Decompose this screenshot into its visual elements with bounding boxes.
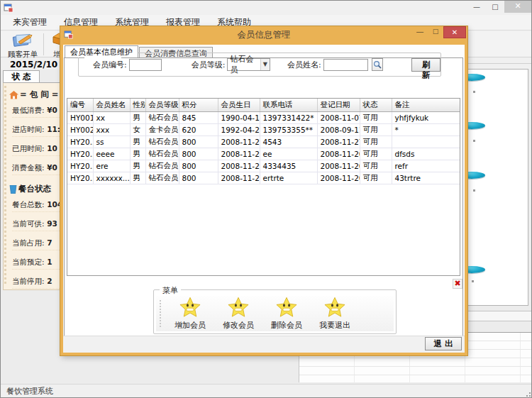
column-header[interactable]: 性别 — [130, 99, 145, 111]
table-cell: 2008-11-07 — [317, 111, 360, 123]
dialog-title: 会员信息管理 — [60, 29, 467, 41]
table-status-icon — [9, 185, 17, 194]
window-maximize-button[interactable]: □ — [486, 1, 504, 13]
dialog-close-button[interactable]: ✕ — [443, 26, 466, 38]
exit-button[interactable]: 退 出 — [425, 337, 462, 350]
room-section-header: = 包 间 = — [9, 89, 62, 100]
stat-row: 餐台总数: 104 — [12, 200, 62, 212]
dialog-maximize-button[interactable]: □ — [428, 26, 443, 36]
column-header[interactable]: 会员姓名 — [93, 99, 130, 111]
table-cell: 可用 — [360, 172, 392, 184]
star-face-icon — [276, 297, 297, 318]
main-window: — □ ✕ 来宾管理信息管理系统管理报表管理系统帮助 顾客开单 增加 2015/… — [0, 0, 532, 398]
stat-row: 当前停用: 2 — [12, 277, 62, 289]
table-cell: xxxxxx... — [93, 172, 130, 184]
table-cell: 2008-11-26 — [218, 148, 260, 160]
member-id-input[interactable] — [129, 59, 162, 71]
table-row[interactable]: HY001xx男钻石会员8451990-04-111397331422*2008… — [67, 111, 460, 123]
status-bar-text: 餐饮管理系统 — [6, 387, 53, 396]
table-cell: 2008-09-11 — [317, 123, 360, 136]
table-cell: HY20... — [67, 136, 93, 148]
customer-order-button[interactable]: 顾客开单 — [4, 32, 42, 57]
column-header[interactable]: 积分 — [179, 99, 218, 111]
refresh-button[interactable]: 刷 新 — [411, 58, 440, 72]
table-cell: refr — [392, 160, 460, 172]
action-toolstrip: 增加会员修改会员删除会员我要退出 — [156, 296, 394, 331]
stat-value: ¥0 — [45, 106, 57, 114]
dialog-bottom-panel — [63, 336, 465, 353]
member-name-label: 会员姓名: — [287, 60, 321, 70]
table-cell: 钻石会员 — [145, 148, 179, 160]
table-cell: 139753355** — [260, 123, 317, 136]
table-stats-list: 餐台总数: 104当前可供: 93当前占用: 7当前预定: 1当前停用: 2上 … — [11, 200, 62, 290]
table-row[interactable]: HY20...ere男钻石会员8002008-11-2643344352008-… — [67, 160, 460, 172]
table-cell: 可用 — [360, 160, 392, 172]
table-row[interactable]: HY20...ss男钻石会员8002008-11-2745432008-11-2… — [67, 136, 460, 148]
strip-item-label: 修改会员 — [214, 320, 262, 331]
column-header[interactable]: 状态 — [360, 99, 392, 111]
table-cell: 1397331422* — [260, 111, 317, 123]
quit-button[interactable]: 我要退出 — [311, 297, 359, 331]
star-face-icon — [228, 297, 249, 318]
search-button[interactable] — [372, 58, 383, 71]
edit-member-button[interactable]: 修改会员 — [214, 297, 262, 331]
room-stats-list: 最低消费: ¥0进店时间: 11:已用时间: 10消费金额: ¥0 — [11, 106, 62, 175]
member-table: 编号会员姓名性别会员等级积分会员生日联系电话登记日期状态备注 HY001xx男钻… — [67, 98, 460, 276]
column-header[interactable]: 备注 — [392, 99, 460, 111]
window-close-button[interactable]: ✕ — [504, 1, 531, 13]
menu-group-label: 菜单 — [160, 285, 181, 296]
table-marker-dot — [473, 189, 475, 192]
toolbar-separator — [43, 33, 44, 55]
window-minimize-button[interactable]: — — [467, 1, 486, 13]
table-cell: ee — [260, 148, 317, 160]
strip-item-label: 删除会员 — [262, 320, 311, 331]
strip-item-label: 增加会员 — [166, 320, 214, 331]
column-header[interactable]: 登记日期 — [317, 99, 360, 111]
delete-member-button[interactable]: 删除会员 — [262, 297, 311, 331]
table-cell: 800 — [179, 172, 218, 184]
stat-label: 进店时间: — [12, 125, 45, 133]
table-header-row: 编号会员姓名性别会员等级积分会员生日联系电话登记日期状态备注 — [67, 99, 460, 111]
table-cell — [392, 136, 460, 148]
stat-row: 最低消费: ¥0 — [12, 106, 62, 118]
table-cell: 1990-04-11 — [218, 111, 260, 123]
table-cell: 2008-11-26 — [317, 172, 360, 184]
member-level-select[interactable]: 钻石会员 ▼ — [227, 58, 270, 71]
table-row[interactable]: HY002xxx女金卡会员6201992-04-22139753355**200… — [67, 123, 460, 136]
column-header[interactable]: 编号 — [67, 99, 93, 111]
dialog-minimize-button[interactable]: — — [412, 26, 428, 37]
column-header[interactable]: 会员等级 — [145, 99, 179, 111]
stat-row: 已用时间: 10 — [12, 144, 62, 156]
table-cell: HY20... — [67, 160, 93, 172]
search-icon — [373, 60, 382, 69]
table-cell: 845 — [179, 111, 218, 123]
dialog-titlebar[interactable]: 会员信息管理 — □ ✕ — [60, 26, 467, 45]
tab-member-basic-info[interactable]: 会员基本信息维护 — [65, 45, 138, 57]
status-bar: 餐饮管理系统 — [1, 384, 532, 398]
column-header[interactable]: 会员生日 — [218, 99, 260, 111]
add-member-button[interactable]: 增加会员 — [166, 297, 214, 331]
table-cell: ertrte — [260, 172, 317, 184]
table-cell: 钻石会员 — [145, 136, 179, 148]
strip-item-label: 我要退出 — [311, 320, 359, 331]
tab-status[interactable]: 状 态 — [3, 70, 40, 82]
right-lower-strip — [467, 311, 532, 321]
table-cell: HY20... — [67, 172, 93, 184]
table-row[interactable]: HY20...xxxxxx...男钻石会员8002008-11-26ertrte… — [67, 172, 460, 184]
stat-row: 当前可供: 93 — [12, 219, 62, 231]
menu-item[interactable]: 来宾管理 — [6, 15, 53, 30]
table-cell: HY20... — [67, 148, 93, 160]
stat-label: 当前停用: — [12, 277, 45, 285]
table-cell: HY002 — [67, 123, 93, 136]
column-header[interactable]: 联系电话 — [260, 99, 317, 111]
toolstrip-grip[interactable] — [160, 300, 161, 327]
sidebar-grip — [4, 86, 6, 284]
stat-label: 当前预定: — [12, 258, 45, 266]
table-status-header: 餐台状态 — [9, 184, 62, 194]
stat-label: 最低消费: — [12, 106, 45, 114]
member-name-input[interactable] — [323, 59, 368, 71]
house-icon — [9, 91, 18, 99]
member-level-label: 会员等级: — [192, 60, 226, 70]
resize-grip-icon[interactable] — [524, 390, 531, 397]
table-row[interactable]: HY20...eeee男钻石会员8002008-11-26ee2008-11-2… — [67, 148, 460, 160]
